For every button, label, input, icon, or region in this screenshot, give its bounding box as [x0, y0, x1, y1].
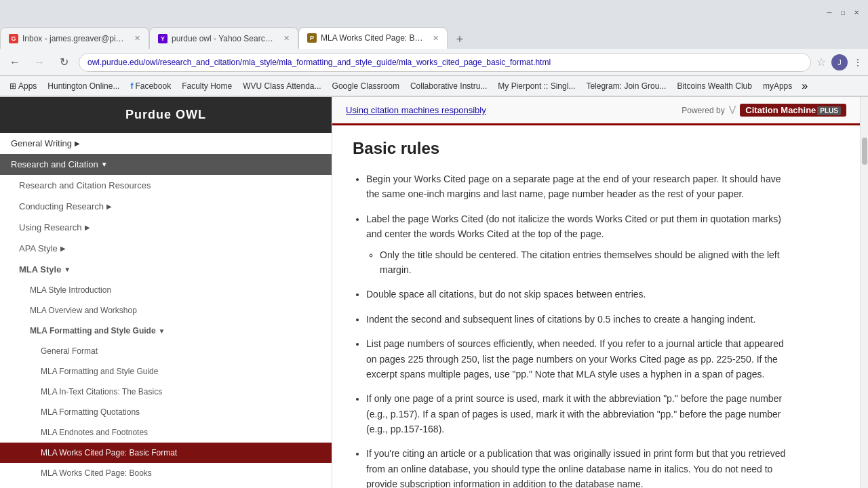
- rule-4-text: Indent the second and subsequent lines o…: [366, 314, 755, 325]
- bookmark-facebook[interactable]: f Facebook: [126, 80, 175, 92]
- citation-v-icon: V: [729, 104, 736, 117]
- bookmark-collaborative[interactable]: Collaborative Instru...: [406, 80, 491, 92]
- using-label: Using Research: [19, 222, 82, 232]
- forward-button[interactable]: →: [30, 53, 49, 72]
- title-bar: [0, 0, 868, 24]
- tab-gmail[interactable]: G Inbox - james.greaver@pierpo... ✕: [0, 27, 149, 49]
- back-button[interactable]: ←: [5, 53, 24, 72]
- powered-by-label: Powered by: [682, 106, 724, 115]
- profile-button[interactable]: J: [831, 54, 848, 70]
- sidebar-item-mla-works-cited-books[interactable]: MLA Works Cited Page: Books: [0, 463, 332, 483]
- myapps-label: myApps: [763, 81, 792, 91]
- scrollbar-thumb[interactable]: [862, 138, 867, 165]
- sidebar-item-mla-formatting-guide[interactable]: MLA Formatting and Style Guide ▼: [0, 321, 332, 341]
- research-citation-arrow: ▼: [101, 161, 108, 168]
- rule-2-sub-1: Only the title should be centered. The c…: [380, 249, 780, 275]
- sidebar-item-mla-intro[interactable]: MLA Style Introduction: [0, 280, 332, 300]
- research-citation-label: Research and Citation: [11, 159, 98, 169]
- mla-formatting-guide-label: MLA Formatting and Style Guide: [30, 326, 156, 336]
- sidebar-nav: General Writing ▶ Research and Citation …: [0, 133, 332, 488]
- citation-machine-logo: Citation MachinePLUS: [740, 104, 846, 117]
- sidebar-item-mla-formatting-style[interactable]: MLA Formatting and Style Guide: [0, 361, 332, 382]
- conducting-arrow: ▶: [106, 203, 112, 210]
- sidebar-item-using[interactable]: Using Research ▶: [0, 217, 332, 238]
- tabs-bar: G Inbox - james.greaver@pierpo... ✕ Y pu…: [0, 24, 868, 49]
- sidebar-item-resources[interactable]: Research and Citation Resources: [0, 175, 332, 196]
- bookmark-pierpont[interactable]: My Pierpont :: Singl...: [494, 80, 579, 92]
- mla-endnotes-label: MLA Endnotes and Footnotes: [41, 428, 148, 437]
- list-item: If you're citing an article or a publica…: [366, 446, 787, 488]
- bookmarks-more[interactable]: »: [802, 80, 808, 92]
- citation-powered: Powered by V Citation MachinePLUS: [682, 104, 846, 117]
- mla-style-label: MLA Style: [19, 264, 61, 274]
- citation-banner: Using citation machines responsibly Powe…: [332, 97, 860, 125]
- bookmark-myapps[interactable]: myApps: [759, 80, 796, 92]
- sidebar-item-mla-overview[interactable]: MLA Overview and Workshop: [0, 300, 332, 321]
- sidebar-item-apa[interactable]: APA Style ▶: [0, 238, 332, 259]
- sidebar-item-mla-works-cited-periodicals[interactable]: MLA Works Cited Page: Periodicals: [0, 483, 332, 488]
- new-tab-button[interactable]: +: [450, 30, 469, 49]
- bookmark-apps-label: Apps: [18, 81, 37, 91]
- citation-link[interactable]: Using citation machines responsibly: [346, 105, 486, 115]
- list-item: List page numbers of sources efficiently…: [366, 336, 787, 382]
- tab-yahoo-label: purdue owl - Yahoo Search Res...: [172, 34, 277, 43]
- rule-2-sublist: Only the title should be centered. The c…: [380, 247, 787, 278]
- mla-overview-label: MLA Overview and Workshop: [30, 306, 137, 315]
- browser-chrome: G Inbox - james.greaver@pierpo... ✕ Y pu…: [0, 0, 868, 97]
- sidebar-item-mla-intext[interactable]: MLA In-Text Citations: The Basics: [0, 382, 332, 402]
- mla-works-cited-books-label: MLA Works Cited Page: Books: [41, 468, 152, 478]
- bookmark-star[interactable]: ☆: [816, 56, 826, 68]
- content-area: Using citation machines responsibly Powe…: [332, 97, 860, 488]
- wvu-label: WVU Class Attenda...: [243, 81, 321, 91]
- sidebar-item-mla-endnotes[interactable]: MLA Endnotes and Footnotes: [0, 422, 332, 443]
- list-item: Indent the second and subsequent lines o…: [366, 312, 787, 327]
- sidebar-item-general-format[interactable]: General Format: [0, 341, 332, 361]
- sidebar-item-mla-works-cited-basic[interactable]: MLA Works Cited Page: Basic Format: [0, 443, 332, 463]
- plus-badge: PLUS: [817, 106, 841, 115]
- bookmark-bitcoins[interactable]: Bitcoins Wealth Club: [673, 80, 756, 92]
- tab-yahoo[interactable]: Y purdue owl - Yahoo Search Res... ✕: [149, 27, 298, 49]
- page-scrollbar[interactable]: [860, 97, 868, 488]
- bookmark-faculty-home[interactable]: Faculty Home: [178, 80, 236, 92]
- bookmark-google-classroom[interactable]: Google Classroom: [328, 80, 403, 92]
- sidebar-item-research-citation[interactable]: Research and Citation ▼: [0, 154, 332, 175]
- purdue-owl-header: Purdue OWL: [0, 97, 332, 133]
- tab-purdue[interactable]: P MLA Works Cited Page: Basic Fo... ✕: [298, 27, 448, 49]
- bitcoins-label: Bitcoins Wealth Club: [677, 81, 752, 91]
- bookmark-apps[interactable]: ⊞ Apps: [5, 80, 41, 92]
- telegram-label: Telegram: Join Grou...: [586, 81, 666, 91]
- general-writing-arrow: ▶: [75, 140, 80, 147]
- maximize-button[interactable]: [838, 7, 848, 17]
- tab-purdue-close[interactable]: ✕: [433, 34, 439, 43]
- bookmark-huntington[interactable]: Huntington Online...: [43, 80, 123, 92]
- sidebar-item-conducting[interactable]: Conducting Research ▶: [0, 196, 332, 217]
- basic-rules-heading: Basic rules: [353, 139, 787, 158]
- bookmark-wvu[interactable]: WVU Class Attenda...: [239, 80, 325, 92]
- tab-yahoo-close[interactable]: ✕: [283, 34, 290, 43]
- gmail-favicon: G: [9, 34, 18, 43]
- extensions-button[interactable]: ⋮: [853, 57, 863, 68]
- minimize-button[interactable]: [825, 7, 834, 17]
- general-writing-label: General Writing: [11, 138, 72, 148]
- collaborative-label: Collaborative Instru...: [410, 81, 487, 91]
- window-controls[interactable]: [825, 7, 861, 17]
- sidebar-item-general-writing[interactable]: General Writing ▶: [0, 133, 332, 154]
- close-button[interactable]: [852, 7, 861, 17]
- apa-arrow: ▶: [60, 245, 66, 252]
- article-content: Basic rules Begin your Works Cited page …: [332, 125, 807, 488]
- sidebar-item-mla-quotations[interactable]: MLA Formatting Quotations: [0, 402, 332, 422]
- rules-list: Begin your Works Cited page on a separat…: [366, 171, 787, 488]
- address-input[interactable]: [79, 53, 811, 72]
- refresh-button[interactable]: ↻: [54, 53, 73, 72]
- bookmark-telegram[interactable]: Telegram: Join Grou...: [582, 80, 670, 92]
- mla-formatting-arrow: ▼: [159, 327, 165, 335]
- list-item: Label the page Works Cited (do not itali…: [366, 211, 787, 278]
- sidebar-item-mla-style[interactable]: MLA Style ▼: [0, 259, 332, 280]
- faculty-home-label: Faculty Home: [182, 81, 232, 91]
- tab-gmail-label: Inbox - james.greaver@pierpo...: [22, 34, 127, 43]
- rule-1-text: Begin your Works Cited page on a separat…: [366, 174, 781, 199]
- mla-quotations-label: MLA Formatting Quotations: [41, 407, 140, 417]
- mla-works-cited-basic-label: MLA Works Cited Page: Basic Format: [41, 448, 177, 458]
- tab-gmail-close[interactable]: ✕: [134, 34, 140, 43]
- conducting-label: Conducting Research: [19, 201, 104, 211]
